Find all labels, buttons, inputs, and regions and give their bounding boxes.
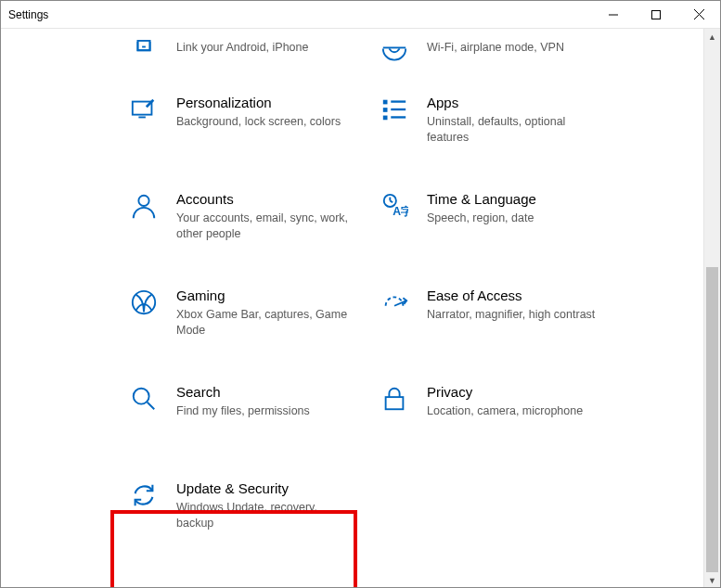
category-apps[interactable]: Apps Uninstall, defaults, optional featu…	[379, 88, 629, 185]
category-accounts-desc: Your accounts, email, sync, work, other …	[176, 211, 353, 242]
svg-line-23	[148, 403, 155, 410]
settings-grid-wrap: Link your Android, iPhone Wi-Fi, airplan…	[1, 29, 703, 588]
svg-point-15	[138, 196, 148, 206]
svg-rect-1	[652, 10, 661, 19]
category-ease-of-access-title: Ease of Access	[427, 287, 595, 305]
scroll-thumb[interactable]	[706, 267, 718, 572]
lock-icon	[379, 383, 410, 415]
category-privacy-desc: Location, camera, microphone	[427, 403, 583, 419]
category-accounts[interactable]: Accounts Your accounts, email, sync, wor…	[128, 185, 379, 281]
category-network[interactable]: Wi-Fi, airplane mode, VPN	[379, 32, 629, 88]
vertical-scrollbar[interactable]: ▲ ▼	[703, 29, 720, 588]
category-accounts-title: Accounts	[176, 190, 353, 209]
category-search-title: Search	[176, 383, 310, 402]
scroll-up-arrow[interactable]: ▲	[704, 29, 720, 45]
category-search-desc: Find my files, permissions	[176, 403, 310, 419]
category-time-language-desc: Speech, region, date	[427, 211, 536, 226]
minimize-button[interactable]	[592, 1, 635, 28]
category-update-security-desc: Windows Update, recovery, backup	[176, 500, 353, 531]
paintbrush-icon	[128, 94, 160, 125]
svg-rect-11	[383, 116, 388, 121]
category-gaming[interactable]: Gaming Xbox Game Bar, captures, Game Mod…	[128, 281, 379, 377]
scroll-down-arrow[interactable]: ▼	[704, 572, 720, 588]
category-privacy-title: Privacy	[427, 383, 583, 402]
category-personalization[interactable]: Personalization Background, lock screen,…	[128, 88, 379, 185]
category-ease-of-access[interactable]: Ease of Access Narrator, magnifier, high…	[379, 281, 629, 377]
maximize-button[interactable]	[635, 1, 677, 28]
category-ease-of-access-desc: Narrator, magnifier, high contrast	[427, 307, 595, 323]
svg-rect-9	[383, 100, 388, 105]
xbox-icon	[128, 287, 160, 318]
time-language-icon: A字	[379, 190, 410, 222]
category-gaming-title: Gaming	[176, 287, 353, 305]
category-update-security-title: Update & Security	[176, 479, 353, 498]
category-time-language[interactable]: A字 Time & Language Speech, region, date	[379, 185, 629, 281]
category-time-language-title: Time & Language	[427, 190, 536, 209]
svg-rect-10	[383, 108, 388, 112]
category-apps-desc: Uninstall, defaults, optional features	[427, 114, 603, 146]
category-network-desc: Wi-Fi, airplane mode, VPN	[427, 40, 564, 56]
window-controls	[592, 1, 720, 28]
category-apps-title: Apps	[427, 94, 603, 112]
titlebar: Settings	[1, 1, 720, 29]
category-personalization-title: Personalization	[176, 94, 341, 112]
phone-icon	[128, 38, 160, 70]
svg-rect-4	[137, 41, 149, 50]
category-phone-desc: Link your Android, iPhone	[176, 40, 308, 56]
scroll-track[interactable]	[704, 45, 720, 572]
svg-line-18	[390, 200, 393, 202]
svg-text:A字: A字	[393, 205, 408, 218]
category-personalization-desc: Background, lock screen, colors	[176, 114, 341, 130]
globe-icon	[379, 38, 410, 70]
person-icon	[128, 190, 160, 222]
window-title: Settings	[8, 8, 48, 21]
close-button[interactable]	[677, 1, 720, 28]
category-gaming-desc: Xbox Game Bar, captures, Game Mode	[176, 307, 353, 339]
search-icon	[128, 383, 160, 415]
ease-of-access-icon	[379, 287, 410, 318]
category-search[interactable]: Search Find my files, permissions	[128, 377, 379, 474]
settings-grid: Link your Android, iPhone Wi-Fi, airplan…	[1, 29, 703, 570]
apps-list-icon	[379, 94, 410, 125]
svg-point-22	[134, 389, 149, 404]
sync-icon	[128, 479, 160, 511]
category-update-security[interactable]: Update & Security Windows Update, recove…	[128, 474, 379, 570]
category-phone[interactable]: Link your Android, iPhone	[128, 32, 379, 88]
svg-rect-24	[386, 397, 404, 409]
category-privacy[interactable]: Privacy Location, camera, microphone	[379, 377, 629, 474]
